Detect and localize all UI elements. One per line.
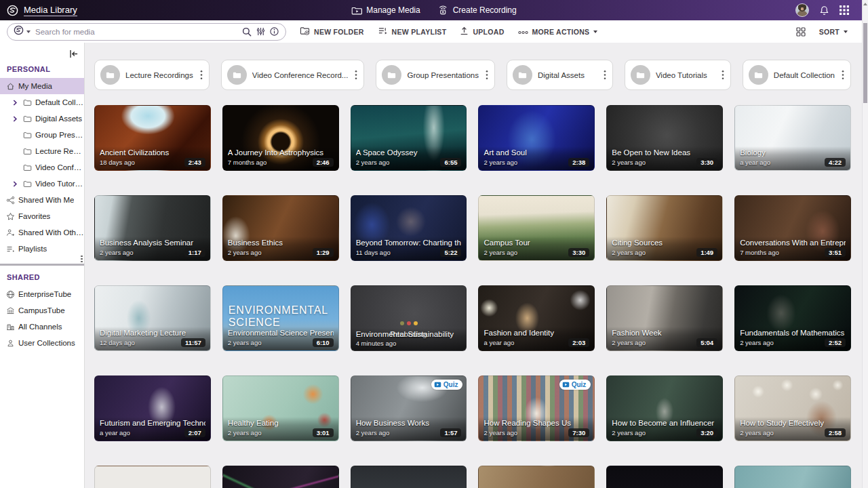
manage-media-button[interactable]: Manage Media: [351, 5, 420, 15]
sidebar-item-digital-assets[interactable]: Digital Assets: [0, 110, 84, 127]
media-card-partial-4[interactable]: [478, 466, 595, 488]
media-card-how-to-study-effectively[interactable]: How to Study Effectively 2 years ago 2:5…: [734, 375, 851, 441]
media-card-campus-tour[interactable]: Campus Tour 2 years ago 3:30: [478, 195, 595, 261]
collection-card-default-collection[interactable]: Default Collection: [743, 60, 851, 90]
collection-card-video-tutorials[interactable]: Video Tutorials: [625, 60, 731, 90]
sort-button[interactable]: SORT: [819, 28, 848, 36]
sidebar-item-my-media[interactable]: My Media: [0, 78, 84, 94]
sidebar-item-label: Favorites: [18, 212, 50, 220]
chevron-right-icon[interactable]: [13, 116, 20, 122]
media-title: Citing Sources: [612, 239, 717, 247]
create-recording-button[interactable]: Create Recording: [438, 5, 517, 15]
search-icon[interactable]: [242, 27, 252, 37]
sidebar-item-video-confere[interactable]: Video Confere...: [0, 159, 84, 176]
sidebar-item-default-collect[interactable]: Default Collect...: [0, 94, 84, 110]
media-card-partial-1[interactable]: [94, 466, 211, 488]
sidebar-item-shared-with-me[interactable]: Shared With Me: [0, 192, 84, 208]
media-card-environmental-science-presentat[interactable]: ENVIRONMENTAL SCIENCE Environmental Scie…: [222, 285, 339, 351]
media-card-fashion-week[interactable]: Fashion Week 2 years ago 5:04: [606, 285, 723, 351]
media-card-futurism-and-emerging-technol[interactable]: Futurism and Emerging Technol... a year …: [94, 375, 211, 441]
media-card-ancient-civilizations[interactable]: Ancient Civilizations 18 days ago 2:43: [94, 105, 211, 171]
media-card-overlay: How Reading Shapes Us 2 years ago 7:30: [479, 417, 594, 441]
media-card-a-space-odyssey[interactable]: A Space Odyssey 2 years ago 6:55: [351, 105, 467, 171]
sidebar-item-playlists[interactable]: Playlists: [0, 241, 84, 257]
app-title[interactable]: Media Library: [24, 5, 77, 16]
grid-view-icon[interactable]: [796, 27, 806, 37]
chevron-right-icon[interactable]: [13, 100, 20, 106]
more-actions-icon: [518, 28, 528, 36]
kebab-menu-icon[interactable]: [484, 68, 490, 81]
scrollbar-thumb[interactable]: [863, 23, 867, 103]
collection-card-group-presentations[interactable]: Group Presentations: [376, 60, 494, 90]
media-card-digital-marketing-lecture[interactable]: Digital Marketing Lecture 12 days ago 11…: [94, 285, 211, 351]
media-card-citing-sources[interactable]: Citing Sources 2 years ago 1:49: [606, 195, 723, 261]
media-card-healthy-eating[interactable]: Healthy Eating 2 years ago 3:01: [222, 375, 339, 441]
media-duration-badge: 2:58: [825, 428, 846, 438]
sidebar-item-all-channels[interactable]: All Channels: [0, 319, 84, 335]
search-input[interactable]: [35, 28, 237, 36]
sidebar-item-lecture-recor[interactable]: Lecture Recor...: [0, 143, 84, 159]
media-card-partial-5[interactable]: [606, 466, 723, 488]
media-card-partial-3[interactable]: [351, 466, 467, 488]
sidebar-item-user-collections[interactable]: User Collections: [0, 335, 84, 351]
media-age: 2 years ago: [100, 249, 134, 256]
upload-button[interactable]: UPLOAD: [460, 26, 504, 37]
media-card-how-reading-shapes-us[interactable]: Quiz How Reading Shapes Us 2 years ago 7…: [478, 375, 595, 441]
media-age: 2 years ago: [356, 159, 390, 166]
media-card-partial-2[interactable]: [222, 466, 339, 488]
sidebar-divider[interactable]: [0, 264, 84, 266]
media-card-overlay: A Journey Into Astrophysics 7 months ago…: [223, 146, 338, 171]
kebab-menu-icon[interactable]: [353, 68, 359, 81]
media-age: a year ago: [740, 159, 770, 166]
media-card-be-open-to-new-ideas[interactable]: Be Open to New Ideas 2 years ago 3:30: [606, 105, 723, 171]
more-actions-button[interactable]: MORE ACTIONS: [518, 28, 598, 36]
avatar[interactable]: [795, 3, 809, 17]
media-card-conversations-with-an-entrepre[interactable]: Conversations With an Entrepre... 7 mont…: [734, 195, 851, 261]
media-card-beyond-tomorrow-charting-the[interactable]: Beyond Tomorrow: Charting the... 11 days…: [351, 195, 467, 261]
sidebar-shared-list: EnterpriseTubeCampusTubeAll ChannelsUser…: [0, 286, 84, 351]
media-card-a-journey-into-astrophysics[interactable]: A Journey Into Astrophysics 7 months ago…: [222, 105, 339, 171]
sidebar-item-video-tutorials[interactable]: Video Tutorials: [0, 176, 84, 192]
media-card-fundamentals-of-mathematics[interactable]: Fundamentals of Mathematics 2 years ago …: [734, 285, 851, 351]
bell-icon[interactable]: [819, 5, 829, 16]
media-age: 2 years ago: [740, 429, 774, 436]
drag-handle-icon[interactable]: [81, 255, 83, 263]
new-playlist-button[interactable]: NEW PLAYLIST: [378, 26, 447, 37]
collection-card-digital-assets[interactable]: Digital Assets: [507, 60, 613, 90]
collapse-sidebar-icon[interactable]: [68, 49, 79, 58]
collection-card-video-conference-record[interactable]: Video Conference Record...: [221, 60, 365, 90]
media-card-environmental-sustainability[interactable]: Recording Environmental Sustainability 4…: [351, 285, 467, 351]
filter-sliders-icon[interactable]: [256, 27, 265, 36]
media-card-partial-6[interactable]: [734, 466, 851, 488]
sidebar-item-group-present[interactable]: Group Present...: [0, 127, 84, 143]
apps-grid-icon[interactable]: [840, 5, 849, 15]
kebab-menu-icon[interactable]: [602, 68, 608, 81]
sidebar-item-campustube[interactable]: CampusTube: [0, 302, 84, 319]
media-card-how-to-become-an-influencer[interactable]: How to Become an Influencer 2 years ago …: [606, 375, 723, 441]
media-card-business-analysis-seminar[interactable]: Business Analysis Seminar 2 years ago 1:…: [94, 195, 211, 261]
media-card-business-ethics[interactable]: Business Ethics 2 years ago 1:29: [222, 195, 339, 261]
search-scope-selector[interactable]: [14, 25, 31, 38]
scrollbar-up-arrow-icon[interactable]: [863, 3, 867, 5]
media-card-biology[interactable]: Biology a year ago 4:22: [734, 105, 851, 171]
folder-icon: [23, 180, 32, 188]
kebab-menu-icon[interactable]: [199, 68, 204, 81]
media-age: 7 months ago: [228, 159, 267, 166]
media-card-fashion-and-identity[interactable]: Fashion and Identity a year ago 2:03: [478, 285, 595, 351]
scrollbar[interactable]: [862, 0, 868, 488]
info-icon[interactable]: [270, 27, 279, 36]
app-logo-icon[interactable]: [7, 5, 18, 16]
collection-card-lecture-recordings[interactable]: Lecture Recordings: [94, 60, 210, 90]
media-age: a year ago: [484, 339, 514, 346]
media-card-how-business-works[interactable]: Quiz How Business Works 2 years ago 1:57: [351, 375, 467, 441]
new-folder-button[interactable]: NEW FOLDER: [300, 26, 364, 37]
search-bar[interactable]: [7, 23, 286, 41]
folder-icon: [23, 115, 32, 123]
chevron-right-icon[interactable]: [13, 181, 20, 187]
media-card-art-and-soul[interactable]: Art and Soul 2 years ago 2:38: [478, 105, 595, 171]
sidebar-item-shared-with-others[interactable]: Shared With Others: [0, 224, 84, 241]
sidebar-item-favorites[interactable]: Favorites: [0, 208, 84, 224]
kebab-menu-icon[interactable]: [840, 68, 846, 81]
sidebar-item-enterprisetube[interactable]: EnterpriseTube: [0, 286, 84, 302]
kebab-menu-icon[interactable]: [720, 68, 726, 81]
